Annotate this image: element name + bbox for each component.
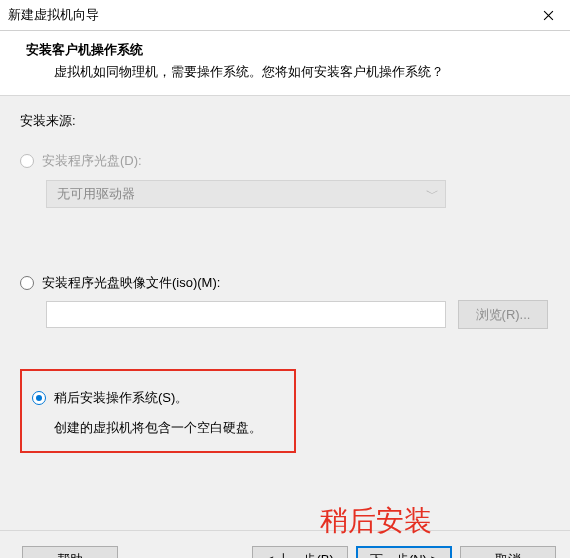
header-subtitle: 虚拟机如同物理机，需要操作系统。您将如何安装客户机操作系统？ [26, 63, 544, 81]
wizard-window: 新建虚拟机向导 安装客户机操作系统 虚拟机如同物理机，需要操作系统。您将如何安装… [0, 0, 570, 558]
next-button[interactable]: 下一步(N) > [356, 546, 452, 559]
option-later-label: 稍后安装操作系统(S)。 [54, 389, 188, 407]
window-title: 新建虚拟机向导 [8, 6, 99, 24]
wizard-header: 安装客户机操作系统 虚拟机如同物理机，需要操作系统。您将如何安装客户机操作系统？ [0, 31, 570, 96]
option-disc-label: 安装程序光盘(D): [42, 152, 142, 170]
option-later-desc: 创建的虚拟机将包含一个空白硬盘。 [54, 419, 282, 437]
radio-icon [32, 391, 46, 405]
browse-button[interactable]: 浏览(R)... [458, 300, 548, 329]
wizard-footer: 帮助 < 上一步(B) 下一步(N) > 取消 [0, 530, 570, 558]
option-iso[interactable]: 安装程序光盘映像文件(iso)(M): [20, 274, 550, 292]
titlebar: 新建虚拟机向导 [0, 0, 570, 31]
option-iso-label: 安装程序光盘映像文件(iso)(M): [42, 274, 220, 292]
install-source-label: 安装来源: [20, 112, 550, 130]
disc-drive-dropdown[interactable]: 无可用驱动器 ﹀ [46, 180, 446, 208]
cancel-button[interactable]: 取消 [460, 546, 556, 559]
annotation-text: 稍后安装 [320, 502, 432, 540]
iso-path-input[interactable] [46, 301, 446, 328]
close-icon [543, 10, 554, 21]
iso-row: 浏览(R)... [46, 300, 550, 329]
wizard-body: 安装来源: 安装程序光盘(D): 无可用驱动器 ﹀ 安装程序光盘映像文件(iso… [0, 96, 570, 530]
close-button[interactable] [526, 0, 570, 30]
highlight-box: 稍后安装操作系统(S)。 创建的虚拟机将包含一个空白硬盘。 [20, 369, 296, 453]
back-button[interactable]: < 上一步(B) [252, 546, 348, 559]
header-title: 安装客户机操作系统 [26, 41, 544, 59]
chevron-down-icon: ﹀ [426, 185, 439, 203]
radio-icon [20, 154, 34, 168]
radio-icon [20, 276, 34, 290]
option-install-later[interactable]: 稍后安装操作系统(S)。 [32, 389, 282, 407]
option-disc[interactable]: 安装程序光盘(D): [20, 152, 550, 170]
dropdown-value: 无可用驱动器 [57, 185, 135, 203]
help-button[interactable]: 帮助 [22, 546, 118, 559]
